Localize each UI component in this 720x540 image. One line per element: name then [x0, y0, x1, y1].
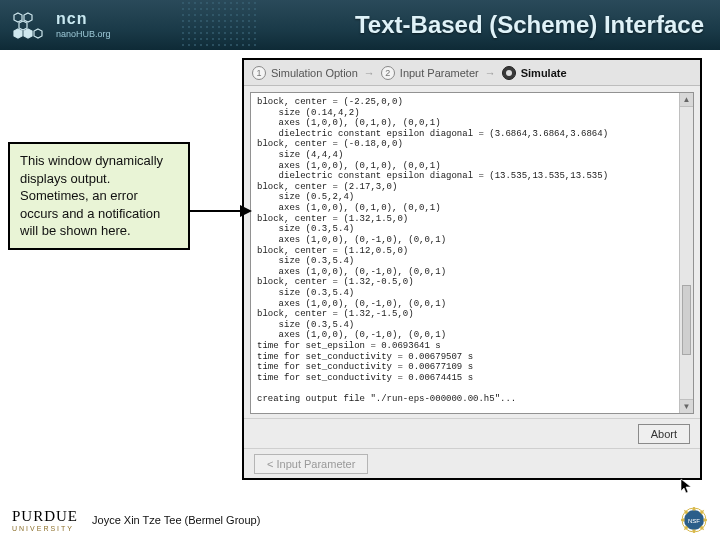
author-credit: Joyce Xin Tze Tee (Bermel Group)	[92, 514, 260, 526]
header-dot-pattern-icon	[180, 0, 260, 50]
svg-marker-8	[681, 479, 691, 493]
logo-area: ncn nanoHUB.org	[0, 9, 111, 41]
gear-icon	[502, 66, 516, 80]
svg-marker-1	[24, 13, 32, 22]
arrow-icon	[188, 198, 252, 224]
svg-marker-7	[240, 205, 252, 217]
action-bar-bottom: < Input Parameter	[244, 448, 700, 478]
back-button[interactable]: < Input Parameter	[254, 454, 368, 474]
chevron-right-icon: →	[364, 67, 375, 79]
breadcrumb-label: Input Parameter	[400, 67, 479, 79]
callout-box: This window dynamically displays output.…	[8, 142, 190, 250]
action-bar-top: Abort	[244, 418, 700, 448]
svg-text:NSF: NSF	[688, 518, 700, 524]
logo-sub: nanoHUB.org	[56, 29, 111, 40]
svg-marker-0	[14, 13, 22, 22]
slide-header: ncn nanoHUB.org Text-Based (Scheme) Inte…	[0, 0, 720, 50]
scroll-down-icon[interactable]: ▼	[680, 399, 693, 413]
breadcrumb-label: Simulate	[521, 67, 567, 79]
breadcrumb-step-2[interactable]: 2 Input Parameter	[381, 66, 479, 80]
svg-marker-5	[34, 29, 42, 38]
breadcrumb: 1 Simulation Option → 2 Input Parameter …	[244, 60, 700, 86]
scroll-thumb[interactable]	[682, 285, 691, 355]
svg-marker-15	[693, 530, 695, 533]
output-text: block, center = (-2.25,0,0) size (0.14,4…	[251, 93, 679, 413]
mouse-cursor-icon	[680, 478, 694, 496]
svg-marker-13	[704, 519, 707, 521]
slide-body: This window dynamically displays output.…	[0, 50, 720, 500]
app-window: 1 Simulation Option → 2 Input Parameter …	[242, 58, 702, 480]
step-icon: 2	[381, 66, 395, 80]
step-icon: 1	[252, 66, 266, 80]
purdue-wordmark: PURDUE	[12, 509, 78, 524]
purdue-logo: PURDUE UNIVERSITY	[12, 509, 78, 532]
breadcrumb-step-1[interactable]: 1 Simulation Option	[252, 66, 358, 80]
ncn-hex-logo-icon	[10, 9, 50, 41]
breadcrumb-step-3[interactable]: Simulate	[502, 66, 567, 80]
logo-main: ncn	[56, 11, 111, 27]
svg-marker-11	[693, 507, 695, 510]
logo-text: ncn nanoHUB.org	[56, 11, 111, 40]
abort-button[interactable]: Abort	[638, 424, 690, 444]
chevron-right-icon: →	[485, 67, 496, 79]
slide-title: Text-Based (Scheme) Interface	[355, 11, 720, 39]
svg-marker-4	[24, 29, 32, 38]
nsf-logo-icon: NSF	[680, 506, 708, 534]
callout-text: This window dynamically displays output.…	[20, 153, 163, 238]
slide-footer: PURDUE UNIVERSITY Joyce Xin Tze Tee (Ber…	[0, 500, 720, 540]
output-panel: block, center = (-2.25,0,0) size (0.14,4…	[250, 92, 694, 414]
svg-marker-17	[681, 519, 684, 521]
scroll-up-icon[interactable]: ▲	[680, 93, 693, 107]
svg-marker-3	[14, 29, 22, 38]
vertical-scrollbar[interactable]: ▲ ▼	[679, 93, 693, 413]
purdue-sub: UNIVERSITY	[12, 525, 78, 532]
breadcrumb-label: Simulation Option	[271, 67, 358, 79]
svg-marker-2	[19, 21, 27, 30]
